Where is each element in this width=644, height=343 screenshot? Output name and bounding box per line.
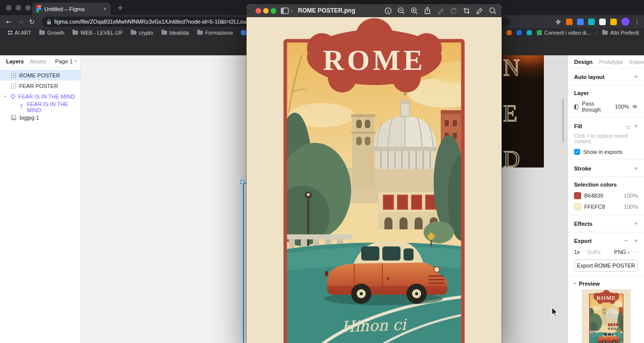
blend-mode-select[interactable]: Pass through xyxy=(582,101,609,113)
color-hex-value[interactable]: FFEFC8 xyxy=(584,204,605,210)
show-in-exports-checkbox[interactable]: ✓ xyxy=(574,149,580,155)
chevron-down-icon: ▾ xyxy=(627,251,629,254)
frame-icon xyxy=(11,73,12,74)
zoom-out-icon[interactable] xyxy=(397,7,405,15)
stroke-section-label: Stroke xyxy=(574,165,591,172)
window-controls[interactable] xyxy=(6,5,35,12)
canvas-scrollbar[interactable] xyxy=(562,99,564,143)
selection-colors-label: Selection colors xyxy=(574,182,638,188)
crop-icon[interactable] xyxy=(463,7,470,15)
show-in-exports-label: Show in exports xyxy=(583,149,622,155)
layer-name: bigjpg 1 xyxy=(20,115,39,121)
tab-close-icon[interactable]: × xyxy=(103,6,107,13)
info-icon[interactable] xyxy=(384,7,392,15)
color-hex-value[interactable]: B64839 xyxy=(584,193,603,199)
back-button[interactable]: ← xyxy=(6,18,12,26)
layer-item-fear-component[interactable]: ▾ FEAR IS IN THE MIND xyxy=(0,91,80,102)
export-suffix-input[interactable]: Suffix xyxy=(587,249,611,255)
add-effect-button[interactable]: + xyxy=(634,220,638,227)
bookmark-favicon[interactable] xyxy=(517,30,522,35)
browser-menu-icon[interactable]: ⋮ xyxy=(634,18,640,25)
layer-item-bigjpg[interactable]: bigjpg 1 xyxy=(0,112,80,123)
search-icon[interactable] xyxy=(489,7,497,15)
tab-layers[interactable]: Layers xyxy=(6,58,24,64)
profile-avatar[interactable] xyxy=(621,18,629,26)
extension-icon[interactable] xyxy=(566,19,573,25)
export-format-select[interactable]: PNG ▾ xyxy=(614,249,629,255)
export-scale-select[interactable]: 1x xyxy=(574,249,580,255)
bookmark-item[interactable]: AI ART xyxy=(8,30,31,36)
browser-tab[interactable]: Untitled – Figma × xyxy=(32,3,111,15)
calendar-icon xyxy=(241,30,246,35)
close-window-icon[interactable] xyxy=(256,8,261,14)
layer-section-label: Layer xyxy=(574,90,638,96)
extension-icon[interactable] xyxy=(610,19,617,25)
sidebar-toggle-icon[interactable] xyxy=(281,8,289,14)
remove-export-button[interactable]: − xyxy=(624,237,628,244)
minimize-window-icon[interactable] xyxy=(16,5,21,11)
layer-item-fear-text[interactable]: T FEAR IS IN THE MIND xyxy=(0,102,80,112)
bookmark-favicon[interactable] xyxy=(507,30,512,35)
extension-icon[interactable] xyxy=(588,19,595,25)
fill-styles-icon[interactable] xyxy=(627,126,628,127)
forward-button[interactable]: → xyxy=(18,18,23,26)
export-rome-poster-button[interactable]: Export ROME POSTER xyxy=(574,260,638,272)
other-bookmarks[interactable]: Altri Preferiti xyxy=(602,30,639,36)
preview-window[interactable]: ▾ ROME POSTER.png xyxy=(247,4,502,343)
add-stroke-button[interactable]: + xyxy=(634,164,638,172)
canvas-artboard[interactable] xyxy=(81,55,247,343)
tab-design[interactable]: Design xyxy=(574,59,593,65)
selection-handle[interactable] xyxy=(240,180,245,184)
fear-poster-letter: D xyxy=(503,148,520,167)
fill-hint-text: Click + to replace mixed content. xyxy=(574,133,638,144)
share-icon[interactable] xyxy=(424,7,431,15)
fill-section-label: Fill xyxy=(574,123,582,129)
add-auto-layout-button[interactable]: + xyxy=(634,73,638,80)
expand-chevron-icon[interactable]: ▾ xyxy=(5,95,7,99)
page-label: Page 1 xyxy=(55,58,73,64)
bookmark-folder[interactable]: Formazione xyxy=(197,30,233,36)
add-fill-button[interactable]: + xyxy=(634,122,638,130)
extension-icon[interactable] xyxy=(599,19,606,25)
bookmark-folder[interactable]: Growth xyxy=(39,30,64,36)
preview-window-titlebar[interactable]: ▾ ROME POSTER.png xyxy=(247,4,502,17)
visibility-eye-icon[interactable] xyxy=(632,104,638,109)
color-swatch[interactable] xyxy=(574,203,581,210)
sidebar-chevron-icon[interactable]: ▾ xyxy=(291,9,293,13)
bookmark-favicon[interactable] xyxy=(527,30,532,35)
layer-opacity-input[interactable]: 100% xyxy=(615,104,629,110)
layer-item-rome-poster[interactable]: ROME POSTER xyxy=(0,70,80,80)
extension-icon[interactable] xyxy=(577,19,584,25)
preview-collapse-icon[interactable]: ▾ xyxy=(574,282,576,286)
markup-pencil-icon[interactable] xyxy=(437,7,444,15)
rotate-icon[interactable] xyxy=(450,7,457,15)
zoom-window-icon[interactable] xyxy=(271,8,276,14)
fear-poster-canvas-object[interactable]: N E D xyxy=(501,55,544,167)
bookmark-folder[interactable]: crypto xyxy=(131,30,153,36)
inspector-panel: Design Prototype Inspect Auto layout + L… xyxy=(568,55,644,343)
color-swatch[interactable] xyxy=(574,192,581,199)
extensions-puzzle-icon[interactable] xyxy=(555,19,561,25)
effects-section-label: Effects xyxy=(574,221,593,227)
zoom-in-icon[interactable] xyxy=(411,7,418,15)
layer-item-fear-poster[interactable]: FEAR POSTER xyxy=(0,80,80,91)
highlight-pen-icon[interactable] xyxy=(476,7,484,15)
tab-prototype[interactable]: Prototype xyxy=(599,59,623,65)
folder-icon xyxy=(602,31,608,35)
tab-assets[interactable]: Assets xyxy=(30,58,46,64)
bookmark-item[interactable]: Converti i video di... xyxy=(537,30,591,36)
color-opacity-value[interactable]: 100% xyxy=(624,193,638,199)
export-options-button[interactable]: ··· xyxy=(632,249,638,255)
bookmark-folder[interactable]: Idealista xyxy=(162,30,189,36)
add-export-button[interactable]: + xyxy=(634,237,638,244)
reload-button[interactable]: ↻ xyxy=(29,18,35,26)
color-opacity-value[interactable]: 100% xyxy=(624,204,638,210)
tab-inspect[interactable]: Inspect xyxy=(629,59,644,65)
page-selector[interactable]: Page 1 ▾ xyxy=(50,55,80,67)
close-window-icon[interactable] xyxy=(6,5,12,11)
minimize-window-icon[interactable] xyxy=(263,8,269,14)
export-preview-thumbnail xyxy=(582,290,630,343)
zoom-window-icon[interactable] xyxy=(25,5,31,11)
new-tab-button[interactable]: + xyxy=(117,4,123,12)
bookmark-folder[interactable]: WEB - LEVEL-UP xyxy=(72,30,123,36)
